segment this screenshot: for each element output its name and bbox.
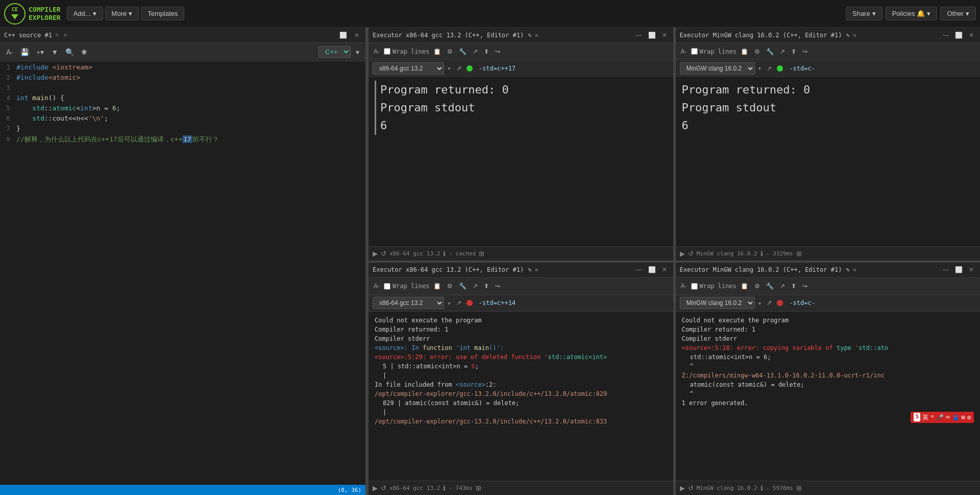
- login-btn[interactable]: ⬆: [482, 47, 491, 56]
- maximize-button[interactable]: ⬜: [953, 266, 965, 274]
- stdin-btn[interactable]: ↗: [471, 281, 480, 291]
- maximize-editor-button[interactable]: ⬜: [337, 31, 349, 39]
- editor-content[interactable]: 1 #include <iostream> 2 #include<atomic>…: [0, 61, 365, 485]
- close-icon[interactable]: ✕: [853, 266, 856, 273]
- info-btn[interactable]: ℹ: [761, 250, 763, 257]
- layout-btn[interactable]: ⊞: [476, 484, 481, 492]
- login-btn[interactable]: ⬆: [789, 281, 798, 291]
- link-btn[interactable]: ↪: [800, 47, 810, 56]
- save-output-btn[interactable]: 📋: [739, 47, 750, 56]
- compiler-select-top-left[interactable]: x86-64 gcc 13.2: [373, 62, 444, 75]
- settings-btn[interactable]: ⚙: [445, 47, 455, 56]
- login-btn[interactable]: ⬆: [482, 281, 491, 291]
- wrap-lines-checkbox[interactable]: [384, 48, 390, 55]
- stdin-btn[interactable]: ↗: [778, 281, 787, 291]
- stdin-btn[interactable]: ↗: [471, 47, 480, 56]
- layout-btn[interactable]: ⊞: [479, 250, 484, 257]
- reload-btn[interactable]: ↺: [688, 250, 694, 257]
- tools-btn[interactable]: 🔧: [764, 281, 776, 291]
- stdin-btn[interactable]: ↗: [778, 47, 787, 56]
- minimize-button[interactable]: —: [634, 31, 644, 39]
- more-button[interactable]: More ▾: [105, 7, 139, 20]
- link-btn[interactable]: ↪: [800, 281, 810, 291]
- policies-button[interactable]: Policies 🔔 ▾: [886, 7, 938, 20]
- settings-btn[interactable]: ⚙: [752, 47, 762, 56]
- wrap-lines-label[interactable]: Wrap lines: [691, 282, 737, 290]
- tools-btn[interactable]: 🔧: [764, 47, 776, 56]
- font-size-btn[interactable]: A-: [679, 281, 689, 291]
- language-selector[interactable]: C++: [318, 46, 351, 58]
- open-external-btn[interactable]: ↗: [765, 64, 774, 73]
- add-item-button[interactable]: +▾: [34, 47, 46, 57]
- minimize-button[interactable]: —: [634, 266, 644, 274]
- save-output-btn[interactable]: 📋: [431, 281, 443, 291]
- link-btn[interactable]: ↪: [493, 47, 502, 56]
- other-button[interactable]: Other ▾: [940, 7, 976, 20]
- wrap-lines-checkbox[interactable]: [384, 283, 390, 290]
- executor-top-right-output[interactable]: Program returned: 0 Program stdout 6: [676, 77, 981, 246]
- minimize-button[interactable]: —: [941, 31, 951, 39]
- add-button[interactable]: Add... ▾: [67, 7, 103, 20]
- compiler-select-top-right[interactable]: MinGW clang 16.0.2: [680, 62, 755, 75]
- close-button[interactable]: ✕: [967, 266, 976, 274]
- search-button[interactable]: 🔍: [63, 47, 76, 57]
- open-external-btn[interactable]: ↗: [454, 64, 463, 73]
- login-btn[interactable]: ⬆: [789, 47, 798, 56]
- minimize-button[interactable]: —: [941, 266, 951, 274]
- font-size-btn[interactable]: A-: [372, 47, 382, 56]
- close-icon[interactable]: ✕: [853, 32, 856, 39]
- vim-toggle-button[interactable]: ▼: [49, 47, 60, 57]
- wrap-lines-label[interactable]: Wrap lines: [384, 282, 429, 290]
- font-size-btn[interactable]: A-: [372, 281, 382, 291]
- layout-btn[interactable]: ⊞: [796, 484, 802, 492]
- edit-icon[interactable]: ✎: [528, 32, 531, 39]
- close-tab-icon[interactable]: ✕: [64, 32, 67, 38]
- lang-dropdown-button[interactable]: ▾: [354, 47, 361, 57]
- save-output-btn[interactable]: 📋: [739, 281, 750, 291]
- info-btn[interactable]: ℹ: [761, 484, 763, 492]
- wrap-lines-checkbox[interactable]: [691, 283, 698, 290]
- compiler-select-bottom-left[interactable]: x86-64 gcc 13.2: [373, 297, 444, 309]
- wrap-lines-checkbox[interactable]: [691, 48, 698, 55]
- edit-icon[interactable]: ✎: [55, 32, 59, 38]
- maximize-button[interactable]: ⬜: [646, 31, 658, 39]
- close-button[interactable]: ✕: [660, 266, 669, 274]
- run-btn[interactable]: ▶: [680, 250, 685, 257]
- reload-btn[interactable]: ↺: [381, 484, 386, 492]
- templates-button[interactable]: Templates: [141, 7, 184, 20]
- info-btn[interactable]: ℹ: [443, 250, 446, 257]
- font-size-button[interactable]: A-: [4, 47, 15, 57]
- tools-btn[interactable]: 🔧: [457, 281, 469, 291]
- wrap-lines-label[interactable]: Wrap lines: [691, 48, 737, 55]
- run-btn[interactable]: ▶: [680, 484, 685, 492]
- edit-icon[interactable]: ✎: [528, 266, 531, 273]
- close-icon[interactable]: ✕: [534, 32, 538, 39]
- share-button[interactable]: Share ▾: [846, 7, 883, 20]
- tools-btn[interactable]: 🔧: [457, 47, 469, 56]
- settings-btn[interactable]: ⚙: [752, 281, 762, 291]
- reload-btn[interactable]: ↺: [381, 250, 386, 257]
- close-button[interactable]: ✕: [967, 31, 976, 39]
- executor-bottom-left-output[interactable]: Could not execute the program Compiler r…: [369, 312, 673, 481]
- close-icon[interactable]: ✕: [534, 266, 538, 273]
- info-btn[interactable]: ℹ: [443, 484, 446, 492]
- close-editor-button[interactable]: ✕: [352, 31, 361, 39]
- run-btn[interactable]: ▶: [373, 484, 378, 492]
- open-external-btn[interactable]: ↗: [765, 298, 774, 308]
- compiler-select-bottom-right[interactable]: MinGW clang 16.0.2: [680, 297, 755, 309]
- edit-icon[interactable]: ✎: [846, 32, 849, 39]
- layout-btn[interactable]: ⊞: [796, 250, 802, 257]
- save-output-btn[interactable]: 📋: [431, 47, 443, 56]
- open-external-btn[interactable]: ↗: [454, 298, 463, 308]
- link-btn[interactable]: ↪: [493, 281, 502, 291]
- maximize-button[interactable]: ⬜: [646, 266, 658, 274]
- save-button[interactable]: 💾: [18, 47, 31, 57]
- maximize-button[interactable]: ⬜: [953, 31, 965, 39]
- executor-top-left-output[interactable]: Program returned: 0 Program stdout 6: [369, 77, 673, 246]
- wrap-lines-label[interactable]: Wrap lines: [384, 48, 429, 55]
- settings-btn[interactable]: ⚙: [445, 281, 455, 291]
- reload-btn[interactable]: ↺: [688, 484, 694, 492]
- font-size-btn[interactable]: A-: [679, 47, 689, 56]
- settings-button[interactable]: ✱: [79, 47, 89, 57]
- executor-bottom-right-output[interactable]: Could not execute the program Compiler r…: [676, 312, 981, 481]
